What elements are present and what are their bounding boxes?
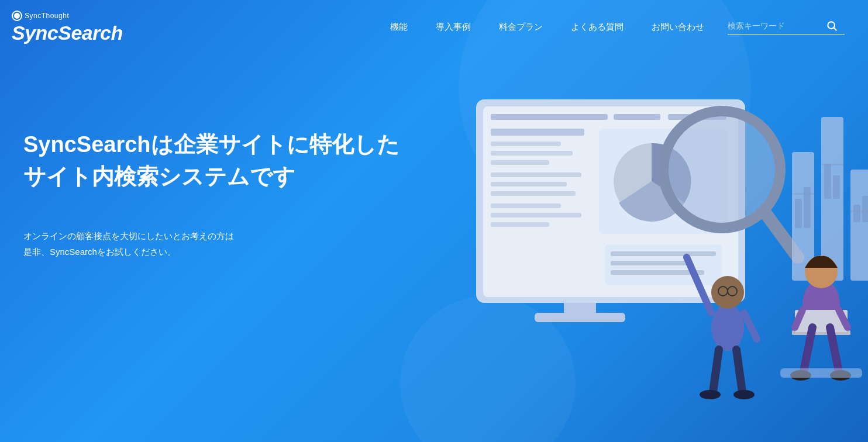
hero-subtitle-line1: オンラインの顧客接点を大切にしたいとお考えの方は <box>23 231 234 241</box>
nav-item-faq[interactable]: よくある質問 <box>571 22 624 33</box>
svg-rect-13 <box>491 172 581 177</box>
svg-rect-11 <box>491 151 573 156</box>
svg-rect-16 <box>491 203 561 208</box>
svg-rect-22 <box>611 251 716 256</box>
search-input[interactable] <box>728 21 821 30</box>
svg-rect-3 <box>535 313 625 322</box>
logo-icon <box>12 11 22 21</box>
svg-point-49 <box>733 390 755 399</box>
svg-line-45 <box>744 313 757 339</box>
svg-rect-38 <box>862 196 868 222</box>
hero-section: SyncThought SyncSearch 機能 導入事例 料金プラン よくあ… <box>0 0 868 442</box>
svg-line-46 <box>713 350 719 392</box>
svg-rect-35 <box>824 164 831 199</box>
svg-point-39 <box>711 304 744 351</box>
svg-rect-37 <box>853 205 860 222</box>
logo-area[interactable]: SyncThought SyncSearch <box>12 11 152 44</box>
svg-rect-7 <box>614 114 660 120</box>
search-button[interactable] <box>826 20 838 32</box>
hero-title-line1: SyncSearchは企業サイトに特化した <box>23 132 399 157</box>
hero-subtitle-line2: 是非、SyncSearchをお試しください。 <box>23 247 176 257</box>
svg-rect-15 <box>491 191 576 196</box>
logo-brand-text: SyncThought <box>25 12 69 20</box>
logo-main-text[interactable]: SyncSearch <box>12 22 152 44</box>
svg-rect-60 <box>780 368 862 378</box>
main-nav: 機能 導入事例 料金プラン よくある質問 お問い合わせ <box>390 22 704 33</box>
illustration-svg <box>412 47 868 442</box>
hero-title: SyncSearchは企業サイトに特化した サイト内検索システムです <box>23 129 399 193</box>
svg-rect-14 <box>491 182 567 187</box>
svg-line-47 <box>736 350 742 392</box>
svg-rect-23 <box>611 261 693 265</box>
svg-rect-33 <box>795 199 802 228</box>
svg-rect-6 <box>491 114 608 120</box>
svg-rect-18 <box>491 222 549 227</box>
search-bar[interactable] <box>728 20 845 34</box>
svg-rect-10 <box>491 141 561 146</box>
header: SyncThought SyncSearch 機能 導入事例 料金プラン よくあ… <box>0 0 868 50</box>
svg-point-48 <box>700 390 721 399</box>
hero-subtitle: オンラインの顧客接点を大切にしたいとお考えの方は 是非、SyncSearchをお… <box>23 228 399 260</box>
hero-title-line2: サイト内検索システムです <box>23 164 295 189</box>
nav-item-features[interactable]: 機能 <box>390 22 408 33</box>
logo-top: SyncThought <box>12 11 152 21</box>
nav-item-pricing[interactable]: 料金プラン <box>499 22 543 33</box>
hero-content: SyncSearchは企業サイトに特化した サイト内検索システムです オンライン… <box>23 129 399 260</box>
svg-rect-29 <box>850 170 868 281</box>
svg-rect-36 <box>833 175 840 199</box>
svg-rect-34 <box>804 187 811 228</box>
svg-rect-30 <box>792 193 814 195</box>
svg-point-0 <box>828 22 835 29</box>
hero-illustration <box>412 47 868 442</box>
search-icon <box>826 20 838 32</box>
nav-item-cases[interactable]: 導入事例 <box>436 22 471 33</box>
svg-line-1 <box>834 28 837 31</box>
logo-search: Search <box>58 22 122 44</box>
svg-rect-12 <box>491 160 549 165</box>
svg-rect-9 <box>491 129 584 136</box>
nav-item-contact[interactable]: お問い合わせ <box>652 22 704 33</box>
logo-sync: Sync <box>12 22 58 44</box>
svg-rect-17 <box>491 213 581 217</box>
